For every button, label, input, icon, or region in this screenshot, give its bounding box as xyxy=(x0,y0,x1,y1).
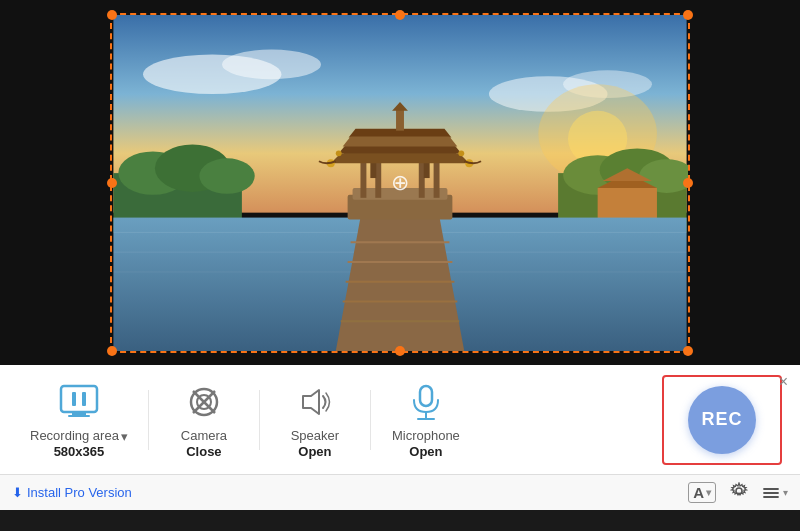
install-pro-icon: ⬇ xyxy=(12,485,23,500)
speaker-icon-wrap xyxy=(293,380,337,424)
rec-button[interactable]: REC xyxy=(688,386,756,454)
microphone-icon xyxy=(404,382,448,422)
handle-bottom-right[interactable] xyxy=(683,346,693,356)
status-bar-right: A ▾ ▾ xyxy=(688,482,788,504)
camera-icon xyxy=(182,383,226,421)
speaker-status: Open xyxy=(298,444,331,459)
svg-point-10 xyxy=(199,158,254,194)
settings-icon[interactable] xyxy=(730,482,748,504)
svg-point-46 xyxy=(336,150,342,156)
svg-rect-50 xyxy=(68,415,90,417)
recording-area-dropdown[interactable]: ▾ xyxy=(121,429,128,444)
capture-region[interactable]: ⊕ xyxy=(110,13,690,353)
microphone-icon-wrap xyxy=(404,380,448,424)
svg-rect-33 xyxy=(434,158,440,198)
camera-item[interactable]: Camera Close xyxy=(149,372,259,467)
svg-rect-58 xyxy=(420,386,432,406)
svg-point-47 xyxy=(458,150,464,156)
recording-area-label-top: Recording area xyxy=(30,428,119,443)
install-pro-label: Install Pro Version xyxy=(27,485,132,500)
microphone-status: Open xyxy=(409,444,442,459)
recording-area-icon xyxy=(57,383,101,421)
speaker-item[interactable]: Speaker Open xyxy=(260,372,370,467)
handle-bottom-left[interactable] xyxy=(107,346,117,356)
capture-image xyxy=(112,15,688,351)
camera-label-top: Camera xyxy=(181,428,227,443)
handle-bottom-center[interactable] xyxy=(395,346,405,356)
install-pro-link[interactable]: ⬇ Install Pro Version xyxy=(12,485,132,500)
recording-area-item[interactable]: Recording area ▾ 580x365 xyxy=(10,372,148,467)
microphone-item[interactable]: Microphone Open xyxy=(371,372,481,467)
handle-top-right[interactable] xyxy=(683,10,693,20)
recording-area-size: 580x365 xyxy=(54,444,105,459)
handle-middle-left[interactable] xyxy=(107,178,117,188)
toolbar-items: Recording area ▾ 580x365 xyxy=(10,372,662,467)
main-layout: ⊕ × xyxy=(0,0,800,531)
camera-icon-wrap xyxy=(182,380,226,424)
svg-marker-38 xyxy=(331,153,469,163)
svg-rect-42 xyxy=(396,108,404,130)
svg-marker-57 xyxy=(303,390,319,414)
menu-icon[interactable]: ▾ xyxy=(762,484,788,502)
handle-top-left[interactable] xyxy=(107,10,117,20)
speaker-icon xyxy=(293,383,337,421)
status-bar: ⬇ Install Pro Version A ▾ xyxy=(0,474,800,510)
toolbar-close-button[interactable]: × xyxy=(779,373,788,391)
handle-middle-right[interactable] xyxy=(683,178,693,188)
handle-top-center[interactable] xyxy=(395,10,405,20)
microphone-label-top: Microphone xyxy=(392,428,460,443)
svg-rect-52 xyxy=(82,392,86,406)
svg-rect-48 xyxy=(61,386,97,412)
rec-label: REC xyxy=(701,409,742,430)
svg-rect-49 xyxy=(72,412,86,415)
canvas-area: ⊕ xyxy=(0,0,800,365)
recording-area-icon-wrap xyxy=(57,380,101,424)
font-icon[interactable]: A ▾ xyxy=(688,482,716,503)
camera-status: Close xyxy=(186,444,221,459)
svg-rect-51 xyxy=(72,392,76,406)
svg-rect-29 xyxy=(353,187,448,199)
svg-rect-30 xyxy=(360,158,366,198)
svg-point-2 xyxy=(222,49,321,79)
recording-area-label-wrapper: Recording area ▾ xyxy=(30,428,128,444)
toolbar: × Recording area xyxy=(0,365,800,474)
speaker-label-top: Speaker xyxy=(291,428,339,443)
svg-marker-41 xyxy=(343,136,458,146)
rec-area: REC xyxy=(662,375,782,465)
